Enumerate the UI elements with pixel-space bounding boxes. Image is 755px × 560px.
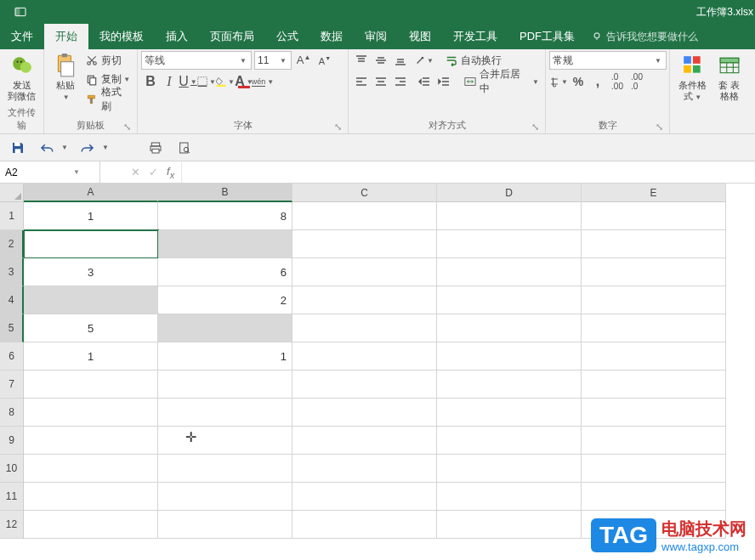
cut-button[interactable]: 剪切: [82, 51, 133, 70]
tab-templates[interactable]: 我的模板: [88, 24, 155, 49]
cell-C2[interactable]: [292, 230, 437, 258]
select-all-corner[interactable]: [0, 184, 24, 202]
border-button[interactable]: ▼: [197, 72, 216, 91]
cell-A7[interactable]: [24, 371, 158, 399]
cell-C7[interactable]: [292, 371, 437, 399]
align-launcher[interactable]: ⤡: [530, 122, 540, 132]
col-header-B[interactable]: B: [158, 184, 292, 202]
underline-button[interactable]: U▼: [179, 72, 197, 91]
save-button[interactable]: [9, 139, 27, 157]
cell-C9[interactable]: [292, 427, 437, 455]
tell-me[interactable]: 告诉我您想要做什么: [591, 24, 698, 49]
cell-B9[interactable]: [158, 427, 292, 455]
confirm-formula-button[interactable]: ✓: [149, 166, 158, 178]
cell-D7[interactable]: [437, 371, 582, 399]
tab-view[interactable]: 视图: [398, 24, 442, 49]
fill-color-button[interactable]: ▼: [216, 72, 235, 91]
cell-E9[interactable]: [582, 427, 726, 455]
row-header-9[interactable]: 9: [0, 427, 24, 455]
tab-file[interactable]: 文件: [0, 24, 44, 49]
increase-decimal-button[interactable]: .0.00: [608, 72, 627, 91]
cell-E4[interactable]: [582, 286, 726, 314]
cell-B1[interactable]: 8: [158, 202, 292, 230]
col-header-C[interactable]: C: [292, 184, 437, 202]
tab-formula[interactable]: 公式: [265, 24, 309, 49]
cell-A5[interactable]: 5: [24, 314, 158, 342]
align-middle-button[interactable]: [372, 51, 390, 70]
tab-pagelayout[interactable]: 页面布局: [199, 24, 265, 49]
cell-C10[interactable]: [292, 455, 437, 483]
tab-data[interactable]: 数据: [309, 24, 354, 49]
align-left-button[interactable]: [352, 72, 371, 91]
redo-dropdown[interactable]: ▼: [102, 144, 109, 151]
cell-D10[interactable]: [437, 455, 582, 483]
cell-E5[interactable]: [582, 314, 726, 342]
cond-format-button[interactable]: 条件格式▼: [673, 51, 712, 105]
col-header-A[interactable]: A: [24, 184, 158, 202]
cell-A4[interactable]: [24, 286, 158, 314]
number-launcher[interactable]: ⤡: [654, 122, 664, 132]
align-bottom-button[interactable]: [391, 51, 410, 70]
cell-A2[interactable]: [24, 230, 158, 258]
cell-B2[interactable]: [158, 230, 292, 258]
align-right-button[interactable]: [391, 72, 410, 91]
table-style-button[interactable]: 套 表格格: [712, 51, 746, 104]
row-header-8[interactable]: 8: [0, 399, 24, 427]
cell-B12[interactable]: [158, 511, 292, 539]
cell-D1[interactable]: [437, 202, 582, 230]
row-header-5[interactable]: 5: [0, 314, 24, 342]
cell-C4[interactable]: [292, 286, 437, 314]
row-header-4[interactable]: 4: [0, 286, 24, 314]
qat-preview-button[interactable]: [175, 139, 194, 157]
clipboard-launcher[interactable]: ⤡: [122, 122, 132, 132]
redo-button[interactable]: [78, 139, 97, 157]
cell-A6[interactable]: 1: [24, 342, 158, 371]
row-header-6[interactable]: 6: [0, 342, 24, 371]
cell-E10[interactable]: [582, 455, 726, 483]
italic-button[interactable]: I: [160, 72, 179, 91]
col-header-E[interactable]: E: [582, 184, 726, 202]
name-box-dropdown[interactable]: ▼: [73, 168, 80, 176]
increase-indent-button[interactable]: [434, 72, 453, 91]
cell-D9[interactable]: [437, 427, 582, 455]
cell-D3[interactable]: [437, 258, 582, 286]
cell-C11[interactable]: [292, 483, 437, 511]
cell-B5[interactable]: [158, 314, 292, 342]
decrease-font-button[interactable]: A▼: [315, 51, 334, 70]
font-launcher[interactable]: ⤡: [332, 122, 343, 132]
paste-button[interactable]: 粘贴▼: [48, 51, 82, 105]
cell-B7[interactable]: [158, 371, 292, 399]
percent-button[interactable]: %: [569, 72, 588, 91]
row-header-11[interactable]: 11: [0, 483, 24, 511]
cell-A11[interactable]: [24, 483, 158, 511]
format-painter-button[interactable]: 格式刷: [82, 90, 133, 109]
cell-A10[interactable]: [24, 455, 158, 483]
cell-E1[interactable]: [582, 202, 726, 230]
fx-button[interactable]: fx: [167, 165, 174, 180]
increase-font-button[interactable]: A▲: [294, 51, 313, 70]
orientation-button[interactable]: ▼: [415, 51, 434, 70]
name-box[interactable]: ▼: [0, 161, 100, 183]
name-box-input[interactable]: [5, 167, 73, 178]
cell-E3[interactable]: [582, 258, 726, 286]
row-header-12[interactable]: 12: [0, 511, 24, 539]
row-header-10[interactable]: 10: [0, 455, 24, 483]
undo-button[interactable]: [37, 139, 56, 157]
cell-D4[interactable]: [437, 286, 582, 314]
cell-E2[interactable]: [582, 230, 726, 258]
align-top-button[interactable]: [352, 51, 371, 70]
cell-D5[interactable]: [437, 314, 582, 342]
cell-E11[interactable]: [582, 483, 726, 511]
cell-B3[interactable]: 6: [158, 258, 292, 286]
phonetic-button[interactable]: wén▼: [253, 72, 272, 91]
cell-C8[interactable]: [292, 399, 437, 427]
qat-print-button[interactable]: [146, 139, 165, 157]
cell-D2[interactable]: [437, 230, 582, 258]
tab-home[interactable]: 开始: [44, 24, 88, 49]
comma-button[interactable]: ,: [588, 72, 607, 91]
cell-D8[interactable]: [437, 399, 582, 427]
font-name-combo[interactable]: 等线▼: [141, 51, 252, 70]
cell-B11[interactable]: [158, 483, 292, 511]
cell-E6[interactable]: [582, 342, 726, 371]
cell-C1[interactable]: [292, 202, 437, 230]
